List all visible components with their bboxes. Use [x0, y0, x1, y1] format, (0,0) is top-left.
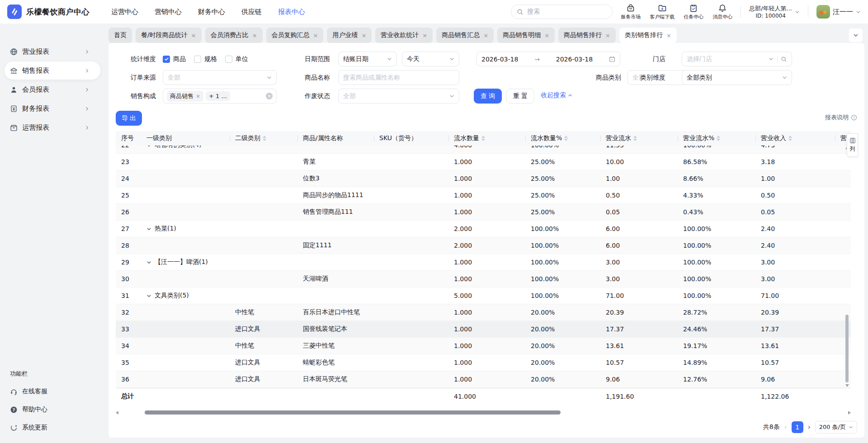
report-tab-0[interactable]: 首页: [108, 28, 132, 43]
close-icon[interactable]: ×: [191, 32, 196, 39]
report-tab-8[interactable]: 商品销售排行 ×: [558, 28, 616, 43]
report-tab-5[interactable]: 营业收款统计 ×: [375, 28, 433, 43]
sort-icon[interactable]: [788, 136, 792, 141]
expand-caret-icon[interactable]: [146, 146, 151, 148]
prev-page-button[interactable]: ‹: [784, 423, 787, 431]
topnav-menu-item-1[interactable]: 营销中心: [155, 8, 182, 16]
report-help-link[interactable]: 报表说明 ?: [825, 113, 857, 122]
store-select[interactable]: 选择门店: [682, 52, 792, 66]
table-row[interactable]: 32 中性笔 百乐日本进口中性笔 1.000 20.00% 20.39 28.7…: [116, 304, 851, 321]
quick-action-0[interactable]: 服务市场: [621, 4, 641, 20]
sidebar-item-3[interactable]: 财务报表: [5, 99, 100, 118]
table-row[interactable]: 36 进口文具 日本斑马荧光笔 1.000 20.00% 9.06 12.76%…: [116, 371, 851, 388]
report-tab-7[interactable]: 商品销售明细 ×: [497, 28, 555, 43]
table-row[interactable]: 24 位数3 1.000 25.00% 1.00 8.66% 1.00: [116, 170, 851, 187]
sort-icon[interactable]: [564, 136, 568, 141]
sort-icon[interactable]: [263, 136, 266, 141]
table-row[interactable]: 23 青菜 1.000 25.00% 10.00 86.58% 3.18: [116, 154, 851, 170]
close-icon[interactable]: ×: [483, 32, 488, 39]
topnav-menu-item-0[interactable]: 运营中心: [111, 8, 138, 16]
table-row[interactable]: 30 天湖啤酒 1.000 100.00% 3.00 100.00% 3.00: [116, 271, 851, 287]
global-search-input[interactable]: 搜索: [511, 5, 613, 19]
quick-action-2[interactable]: 任务中心: [684, 4, 703, 20]
close-icon[interactable]: ×: [422, 32, 427, 39]
report-tab-2[interactable]: 会员消费占比 ×: [205, 28, 263, 43]
expand-caret-icon[interactable]: [146, 293, 151, 298]
vertical-scrollbar[interactable]: [844, 146, 850, 388]
topnav-menu-item-3[interactable]: 供应链: [241, 8, 262, 16]
table-row[interactable]: 25 商品同步的物品1111 1.000 25.00% 0.50 4.33% 0…: [116, 187, 851, 204]
table-row[interactable]: 31 文具类别(5) 5.000 100.00% 71.00 100.00% 7…: [116, 287, 851, 304]
search-icon[interactable]: [781, 56, 787, 62]
close-icon[interactable]: ×: [252, 32, 257, 39]
report-tab-3[interactable]: 会员复购汇总 ×: [266, 28, 324, 43]
sidebar-footer-item-2[interactable]: 系统更新: [0, 419, 105, 437]
sidebar-footer-item-1[interactable]: ?帮助中心: [0, 401, 105, 419]
order-source-select[interactable]: 全部: [163, 70, 277, 85]
table-row[interactable]: 28 固定1111 2.000 100.00% 6.00 100.00% 2.4…: [116, 237, 851, 254]
tabs-overflow-button[interactable]: [849, 28, 863, 42]
close-icon[interactable]: ×: [666, 32, 671, 39]
reset-button[interactable]: 重 置: [506, 89, 534, 104]
report-tab-1[interactable]: 餐/时段商品统计 ×: [136, 28, 202, 43]
sidebar-item-2[interactable]: 会员报表: [5, 80, 100, 99]
topnav-menu-item-2[interactable]: 财务中心: [198, 8, 225, 16]
collapse-search-link[interactable]: 收起搜索: [541, 91, 572, 99]
search-button[interactable]: 查 询: [474, 89, 502, 104]
category-dim-select[interactable]: 全部类别: [682, 70, 792, 85]
quick-action-3[interactable]: 消息中心: [712, 4, 732, 20]
horizontal-scroll-thumb[interactable]: [145, 410, 561, 415]
close-icon[interactable]: ×: [605, 32, 610, 39]
current-page-button[interactable]: 1: [792, 421, 803, 433]
expand-caret-icon[interactable]: [146, 226, 151, 231]
date-type-select[interactable]: 结账日期: [338, 52, 397, 66]
close-icon[interactable]: ×: [313, 32, 318, 39]
column-settings-tab[interactable]: 列: [847, 133, 858, 157]
close-icon[interactable]: ×: [361, 32, 366, 39]
clear-icon[interactable]: ×: [266, 93, 273, 99]
table-row[interactable]: 34 中性笔 三菱中性笔 1.000 20.00% 13.61 19.17% 1…: [116, 338, 851, 354]
column-header-2[interactable]: 二级类别: [230, 131, 297, 146]
close-icon[interactable]: ×: [196, 93, 200, 99]
sort-icon[interactable]: [481, 136, 485, 141]
sort-icon[interactable]: [717, 136, 720, 141]
topnav-menu-item-4[interactable]: 报表中心: [278, 8, 305, 16]
scroll-left-arrow[interactable]: [116, 411, 118, 415]
void-status-select[interactable]: 全部: [338, 89, 459, 104]
vertical-scroll-thumb[interactable]: [845, 315, 849, 382]
table-row[interactable]: 22 啥都有的类别(4) 4.000 100.00% 11.55 100.00%…: [116, 146, 851, 154]
sidebar-footer-item-0[interactable]: 在线客服: [0, 382, 105, 401]
column-header-7[interactable]: 营业流水: [600, 131, 678, 146]
scroll-right-arrow[interactable]: [848, 411, 851, 415]
report-tab-6[interactable]: 商品销售汇总 ×: [436, 28, 494, 43]
quick-action-1[interactable]: 客户端下载: [650, 4, 675, 20]
table-row[interactable]: 33 进口文具 国誉线装笔记本 1.000 20.00% 17.37 24.46…: [116, 321, 851, 338]
sales-comp-multiselect[interactable]: 商品销售× + 1 ... ×: [163, 89, 277, 104]
stat-dim-checkbox-0[interactable]: 商品: [163, 55, 186, 63]
user-menu[interactable]: 汪一一: [816, 5, 861, 19]
date-range-picker[interactable]: 2026-03-18 → 2026-03-18: [476, 52, 620, 66]
column-header-9[interactable]: 营业收入: [755, 131, 835, 146]
org-switcher[interactable]: 总部/年轻人第... ID: 100004: [749, 5, 800, 19]
sidebar-item-0[interactable]: 营业报表: [5, 42, 100, 61]
report-tab-4[interactable]: 用户业绩 ×: [327, 28, 372, 43]
report-tab-9[interactable]: 类别销售排行 ×: [619, 28, 677, 43]
horizontal-scrollbar[interactable]: [116, 410, 851, 415]
column-header-6[interactable]: 流水数量%: [525, 131, 600, 146]
table-row[interactable]: 29 【汪一一】啤酒(1) 1.000 100.00% 3.00 100.00%…: [116, 254, 851, 271]
stat-dim-checkbox-1[interactable]: 规格: [194, 55, 217, 63]
table-row[interactable]: 35 进口文具 蜻蜓彩色笔 1.000 20.00% 10.57 14.89% …: [116, 354, 851, 371]
page-size-select[interactable]: 200 条/页: [815, 421, 857, 434]
table-row[interactable]: 27 热菜(1) 2.000 100.00% 6.00 100.00% 2.40: [116, 221, 851, 237]
next-page-button[interactable]: ›: [808, 423, 811, 431]
export-button[interactable]: 导 出: [116, 111, 142, 126]
stat-dim-checkbox-2[interactable]: 单位: [225, 55, 248, 63]
scroll-down-arrow[interactable]: [845, 384, 849, 387]
date-preset-select[interactable]: 今天: [402, 52, 459, 66]
expand-caret-icon[interactable]: [146, 260, 151, 265]
sidebar-item-4[interactable]: 运营报表: [5, 118, 100, 137]
table-row[interactable]: 26 销售管理商品111 1.000 25.00% 0.05 0.43% 0.0…: [116, 204, 851, 221]
sort-icon[interactable]: [633, 136, 637, 141]
column-header-8[interactable]: 营业流水%: [678, 131, 755, 146]
close-icon[interactable]: ×: [544, 32, 549, 39]
